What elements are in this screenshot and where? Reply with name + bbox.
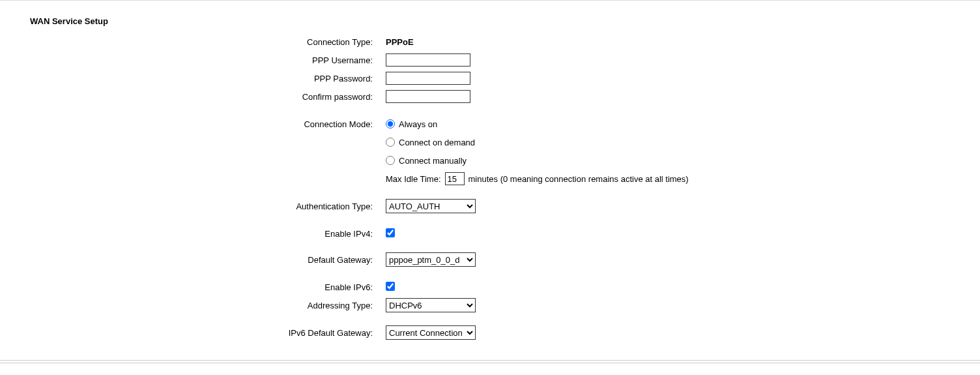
auth-type-select[interactable]: AUTO_AUTH <box>386 199 476 213</box>
ppp-password-input[interactable] <box>386 72 470 85</box>
connection-type-label: Connection Type: <box>0 37 377 47</box>
ppp-password-label: PPP Password: <box>0 74 377 83</box>
enable-ipv6-label: Enable IPv6: <box>0 282 377 292</box>
ppp-username-label: PPP Username: <box>0 55 377 65</box>
max-idle-suffix: minutes (0 meaning connection remains ac… <box>468 174 689 184</box>
max-idle-prefix: Max Idle Time: <box>386 174 441 184</box>
connection-mode-always-radio[interactable] <box>386 119 395 128</box>
connection-mode-manual-text: Connect manually <box>399 156 467 166</box>
connection-mode-label: Connection Mode: <box>0 119 377 129</box>
addressing-type-label: Addressing Type: <box>0 301 377 310</box>
enable-ipv4-label: Enable IPv4: <box>0 229 377 239</box>
confirm-password-label: Confirm password: <box>0 92 377 102</box>
connection-mode-manual-radio[interactable] <box>386 156 395 165</box>
default-gateway-select[interactable]: pppoe_ptm_0_0_d <box>386 252 476 267</box>
wan-service-form: Connection Type: PPPoE PPP Username: PPP… <box>0 34 980 360</box>
button-row: Save Back <box>0 363 980 375</box>
connection-type-value: PPPoE <box>377 37 414 47</box>
connection-mode-demand[interactable]: Connect on demand <box>386 138 475 147</box>
enable-ipv6-checkbox[interactable] <box>386 282 395 291</box>
ipv6-default-gateway-label: IPv6 Default Gateway: <box>0 328 377 338</box>
confirm-password-input[interactable] <box>386 90 470 103</box>
addressing-type-select[interactable]: DHCPv6 <box>386 298 476 312</box>
page-title: WAN Service Setup <box>0 1 980 34</box>
ipv6-default-gateway-select[interactable]: Current Connection <box>386 325 476 340</box>
connection-mode-manual[interactable]: Connect manually <box>386 156 467 166</box>
connection-mode-always-text: Always on <box>399 119 437 129</box>
connection-mode-demand-radio[interactable] <box>386 138 395 147</box>
max-idle-input[interactable] <box>445 172 465 185</box>
default-gateway-label: Default Gateway: <box>0 255 377 265</box>
enable-ipv4-checkbox[interactable] <box>386 228 395 237</box>
ppp-username-input[interactable] <box>386 53 470 67</box>
connection-mode-demand-text: Connect on demand <box>399 138 475 147</box>
auth-type-label: Authentication Type: <box>0 202 377 211</box>
connection-mode-always[interactable]: Always on <box>386 119 437 129</box>
